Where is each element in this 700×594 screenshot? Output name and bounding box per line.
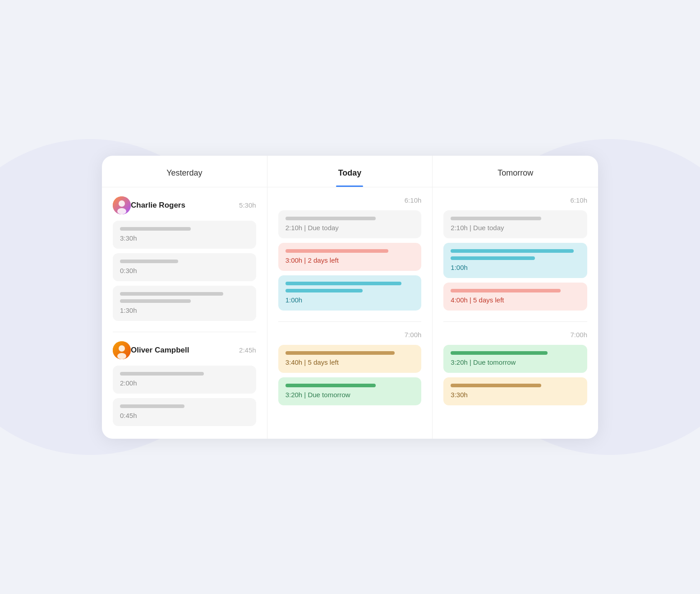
charlie-avatar (113, 196, 131, 214)
task-time-detail: 2:10h | Due today (451, 224, 504, 232)
task-bar (286, 249, 389, 253)
svg-point-1 (119, 200, 125, 207)
tab-tomorrow[interactable]: Tomorrow (433, 156, 598, 187)
task-time-detail: 4:00h | 5 days left (451, 296, 504, 304)
task-time-detail: 2:10h | Due today (286, 224, 339, 232)
task-time: 0:30h (120, 267, 137, 274)
task-bar (286, 384, 376, 387)
oliver-today-time-row: 7:00h (278, 331, 422, 339)
charlie-yesterday-task-2[interactable]: 0:30h (113, 253, 256, 281)
charlie-tomorrow-task-1[interactable]: 2:10h | Due today (443, 210, 587, 238)
oliver-tomorrow-time-row: 7:00h (443, 331, 587, 339)
charlie-today-task-2[interactable]: 3:00h | 2 days left (278, 243, 422, 271)
person-divider-today (278, 321, 422, 322)
task-bar-2 (120, 299, 191, 303)
task-bar-2 (451, 256, 534, 260)
task-time-detail: 3:40h | 5 days left (286, 358, 339, 366)
charlie-header-row: Charlie Rogers 5:30h (113, 196, 256, 214)
col-today: 6:10h 2:10h | Due today 3:00h | 2 days l… (267, 187, 433, 439)
task-time: 3:30h (120, 234, 137, 242)
task-time: 1:30h (120, 306, 137, 314)
person-divider-tomorrow (443, 321, 587, 322)
charlie-tomorrow-task-3[interactable]: 4:00h | 5 days left (443, 283, 587, 311)
task-time: 3:30h (451, 391, 468, 399)
oliver-name: Oliver Campbell (131, 346, 239, 355)
oliver-tomorrow-task-1[interactable]: 3:20h | Due tomorrow (443, 345, 587, 373)
task-time: 0:45h (120, 412, 137, 419)
person-oliver-tomorrow: 7:00h 3:20h | Due tomorrow 3:30h (443, 331, 587, 405)
today-label: Today (338, 168, 362, 177)
col-yesterday: Charlie Rogers 5:30h 3:30h 0:30h 1:30h (102, 187, 267, 439)
person-oliver-yesterday: Oliver Campbell 2:45h 2:00h 0:45h (113, 341, 256, 426)
tab-yesterday[interactable]: Yesterday (102, 156, 267, 187)
task-bar (120, 260, 178, 263)
task-time: 1:00h (451, 264, 468, 271)
yesterday-label: Yesterday (166, 168, 202, 177)
oliver-yesterday-total: 2:45h (239, 346, 256, 354)
task-bar (120, 227, 191, 231)
task-bar-1 (286, 282, 401, 285)
charlie-yesterday-task-3[interactable]: 1:30h (113, 286, 256, 321)
oliver-tomorrow-total: 7:00h (570, 331, 587, 339)
oliver-today-task-1[interactable]: 3:40h | 5 days left (278, 345, 422, 373)
col-tomorrow: 6:10h 2:10h | Due today 1:00h 4: (433, 187, 598, 439)
svg-point-4 (119, 345, 125, 352)
charlie-name: Charlie Rogers (131, 201, 239, 210)
oliver-tomorrow-task-2[interactable]: 3:30h (443, 377, 587, 405)
task-bar-2 (286, 289, 363, 292)
task-time: 1:00h (286, 296, 303, 304)
charlie-yesterday-total: 5:30h (239, 201, 256, 209)
tomorrow-label: Tomorrow (497, 168, 533, 177)
person-charlie-yesterday: Charlie Rogers 5:30h 3:30h 0:30h 1:30h (113, 196, 256, 321)
task-bar (120, 404, 184, 408)
person-divider (113, 332, 256, 332)
task-bar (451, 351, 548, 355)
task-bar (286, 217, 376, 220)
charlie-tomorrow-total: 6:10h (570, 196, 587, 204)
task-bar (451, 384, 541, 387)
task-time: 2:00h (120, 379, 137, 387)
task-time-detail: 3:20h | Due tomorrow (286, 391, 350, 399)
svg-point-2 (117, 208, 126, 214)
person-charlie-tomorrow: 6:10h 2:10h | Due today 1:00h 4: (443, 196, 587, 311)
main-card: Yesterday Today Tomorrow (102, 156, 598, 439)
charlie-yesterday-task-1[interactable]: 3:30h (113, 221, 256, 249)
task-bar (286, 351, 395, 355)
person-charlie-today: 6:10h 2:10h | Due today 3:00h | 2 days l… (278, 196, 422, 311)
task-bar-1 (451, 249, 573, 253)
oliver-header-row: Oliver Campbell 2:45h (113, 341, 256, 359)
task-bar (451, 289, 561, 292)
charlie-today-time-row: 6:10h (278, 196, 422, 204)
charlie-today-task-1[interactable]: 2:10h | Due today (278, 210, 422, 238)
columns-body: Charlie Rogers 5:30h 3:30h 0:30h 1:30h (102, 187, 598, 439)
tab-today[interactable]: Today (267, 156, 433, 187)
oliver-today-total: 7:00h (405, 331, 422, 339)
oliver-yesterday-task-1[interactable]: 2:00h (113, 366, 256, 394)
oliver-yesterday-task-2[interactable]: 0:45h (113, 398, 256, 426)
columns-header: Yesterday Today Tomorrow (102, 156, 598, 187)
oliver-avatar (113, 341, 131, 359)
svg-point-5 (117, 353, 126, 359)
charlie-today-total: 6:10h (405, 196, 422, 204)
task-bar (120, 372, 204, 376)
oliver-today-task-2[interactable]: 3:20h | Due tomorrow (278, 377, 422, 405)
charlie-tomorrow-time-row: 6:10h (443, 196, 587, 204)
task-time-detail: 3:20h | Due tomorrow (451, 358, 516, 366)
task-time-detail: 3:00h | 2 days left (286, 256, 339, 264)
task-bar-1 (120, 292, 223, 296)
person-oliver-today: 7:00h 3:40h | 5 days left 3:20h | Due to… (278, 331, 422, 405)
charlie-tomorrow-task-2[interactable]: 1:00h (443, 243, 587, 278)
task-bar (451, 217, 541, 220)
charlie-today-task-3[interactable]: 1:00h (278, 275, 422, 311)
